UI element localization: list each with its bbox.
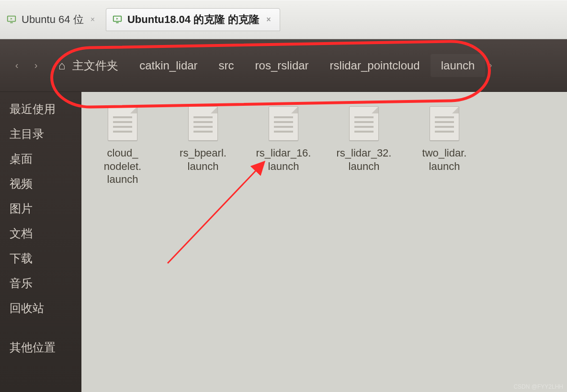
vm-tab-ubuntu18-clone[interactable]: Ubuntu18.04 的克隆 的克隆 ×	[106, 8, 280, 31]
file-label: two_lidar.launch	[422, 146, 467, 173]
sidebar-item-documents[interactable]: 文档	[0, 221, 81, 246]
sidebar-item-label: 主目录	[10, 127, 44, 140]
file-label: rs_bpearl.launch	[180, 146, 227, 173]
breadcrumb-label: 主文件夹	[72, 59, 118, 72]
sidebar-item-recent[interactable]: 最近使用	[0, 97, 81, 122]
svg-rect-1	[10, 22, 13, 23]
sidebar-item-downloads[interactable]: 下载	[0, 246, 81, 271]
file-grid: cloud_nodelet.launch rs_bpearl.launch rs…	[81, 92, 567, 392]
sidebar-item-label: 视频	[10, 177, 33, 190]
breadcrumb-ros-rslidar[interactable]: ros_rslidar	[245, 54, 319, 77]
text-file-icon	[108, 106, 137, 141]
breadcrumb-src[interactable]: src	[208, 54, 245, 77]
svg-rect-4	[116, 22, 119, 23]
tab-close-icon[interactable]: ×	[91, 15, 95, 24]
text-file-icon	[269, 106, 298, 141]
sidebar-item-label: 最近使用	[10, 102, 56, 115]
file-label: rs_lidar_16.launch	[256, 146, 311, 173]
svg-marker-5	[116, 18, 118, 20]
sidebar-item-pictures[interactable]: 图片	[0, 196, 81, 221]
sidebar-item-label: 音乐	[10, 277, 33, 290]
file-label: rs_lidar_32.launch	[337, 146, 392, 173]
breadcrumb-label: launch	[441, 59, 475, 72]
sidebar-item-videos[interactable]: 视频	[0, 171, 81, 196]
chevron-left-icon: ‹	[15, 60, 19, 70]
breadcrumb-label: ros_rslidar	[255, 59, 309, 72]
file-rs-lidar-16-launch[interactable]: rs_lidar_16.launch	[245, 106, 322, 186]
vm-monitor-icon	[6, 14, 17, 25]
sidebar-item-label: 回收站	[10, 302, 44, 314]
breadcrumb-label: src	[219, 59, 234, 72]
sidebar-item-music[interactable]: 音乐	[0, 271, 81, 296]
text-file-icon	[349, 106, 379, 141]
nav-forward-button[interactable]: ›	[29, 60, 43, 71]
nautilus-toolbar: ‹ › ⌂ 主文件夹 catkin_lidar src ros_rslidar …	[0, 39, 567, 92]
sidebar-item-label: 其他位置	[10, 341, 56, 354]
sidebar-item-desktop[interactable]: 桌面	[0, 146, 81, 171]
chevron-right-icon: ›	[34, 60, 38, 70]
breadcrumb-catkin-lidar[interactable]: catkin_lidar	[129, 54, 208, 77]
watermark: CSDN @FYY2LHH	[513, 383, 563, 390]
sidebar-item-label: 文档	[10, 227, 33, 240]
places-sidebar: 最近使用 主目录 桌面 视频 图片 文档 下载 音乐 回收站 其他位置	[0, 92, 81, 392]
text-file-icon	[188, 106, 218, 141]
chevron-right-icon: ›	[489, 60, 492, 70]
breadcrumb-label: rslidar_pointcloud	[330, 59, 420, 72]
file-cloud-nodelet-launch[interactable]: cloud_nodelet.launch	[84, 106, 161, 186]
file-rs-bpearl-launch[interactable]: rs_bpearl.launch	[165, 106, 241, 186]
breadcrumb: ⌂ 主文件夹 catkin_lidar src ros_rslidar rsli…	[48, 53, 492, 78]
svg-marker-2	[11, 18, 12, 20]
sidebar-item-label: 桌面	[10, 152, 33, 165]
breadcrumb-label: catkin_lidar	[139, 59, 197, 72]
vm-tab-label: Ubuntu 64 位	[22, 12, 84, 27]
sidebar-item-home[interactable]: 主目录	[0, 122, 81, 146]
vm-tab-bar: Ubuntu 64 位 × Ubuntu18.04 的克隆 的克隆 ×	[0, 0, 567, 39]
sidebar-item-trash[interactable]: 回收站	[0, 296, 81, 321]
guest-screen: ‹ › ⌂ 主文件夹 catkin_lidar src ros_rslidar …	[0, 39, 567, 392]
sidebar-item-label: 下载	[10, 252, 33, 265]
vm-tab-label: Ubuntu18.04 的克隆 的克隆	[127, 12, 260, 27]
home-icon: ⌂	[58, 59, 66, 72]
sidebar-item-other-locations[interactable]: 其他位置	[0, 335, 81, 360]
file-rs-lidar-32-launch[interactable]: rs_lidar_32.launch	[326, 106, 402, 186]
text-file-icon	[430, 106, 459, 141]
file-two-lidar-launch[interactable]: two_lidar.launch	[406, 106, 483, 186]
vm-monitor-icon	[112, 14, 123, 25]
breadcrumb-rslidar-pointcloud[interactable]: rslidar_pointcloud	[319, 54, 431, 77]
tab-close-icon[interactable]: ×	[266, 15, 271, 24]
nav-back-button[interactable]: ‹	[10, 60, 24, 71]
file-label: cloud_nodelet.launch	[104, 146, 141, 186]
vm-tab-ubuntu64[interactable]: Ubuntu 64 位 ×	[0, 8, 104, 31]
breadcrumb-launch[interactable]: launch	[431, 54, 486, 77]
breadcrumb-home[interactable]: ⌂ 主文件夹	[48, 53, 129, 78]
sidebar-item-label: 图片	[10, 202, 33, 215]
